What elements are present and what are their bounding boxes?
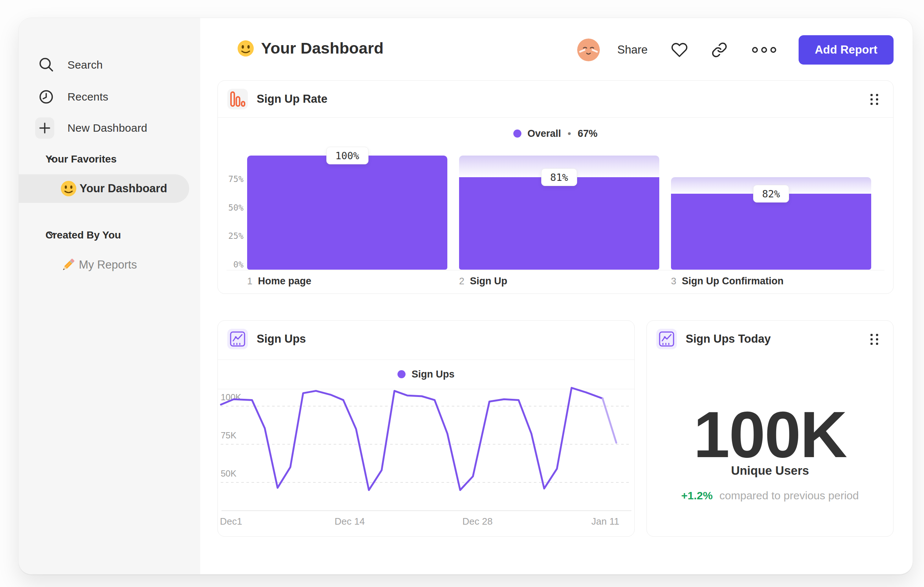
sidebar-item-my-reports[interactable]: My Reports: [19, 252, 189, 278]
share-button[interactable]: Share: [617, 43, 648, 56]
line-y-tick: 75K: [221, 430, 236, 440]
pencil-emoji: [60, 257, 76, 273]
funnel-value-label: 100%: [326, 147, 368, 164]
smiley-emoji: [60, 180, 77, 197]
funnel-step-label: 1Home page: [247, 276, 311, 287]
search-icon: [37, 55, 56, 74]
dashboard-header: Your Dashboard Share Add Report: [200, 18, 913, 88]
sidebar-item-label: Recents: [68, 91, 108, 103]
drag-handle-icon[interactable]: [870, 334, 879, 345]
sign-ups-today-card: Sign Ups Today 100K Unique Users +1.2% c…: [647, 320, 894, 537]
funnel-baseline: [227, 270, 884, 270]
sidebar-section-created-by-you[interactable]: Created By You: [19, 226, 200, 245]
sidebar-item-your-dashboard[interactable]: Your Dashboard: [19, 174, 189, 203]
sidebar-section-label: Created By You: [45, 229, 121, 241]
metric-subtitle: Unique Users: [647, 464, 893, 478]
funnel-bar: [247, 155, 447, 270]
funnel-bar: [459, 177, 659, 270]
avatar[interactable]: [577, 38, 600, 61]
sidebar-item-label: My Reports: [79, 258, 137, 271]
line-x-tick: Dec 14: [335, 516, 365, 527]
delta-caption: compared to previous period: [719, 489, 859, 501]
funnel-y-tick: 25%: [218, 231, 243, 241]
sidebar-item-label: Search: [68, 59, 103, 71]
step-name: Home page: [258, 276, 311, 287]
metric-value: 100K: [647, 397, 893, 472]
plus-icon: [35, 119, 54, 137]
sidebar-section-label: Your Favorites: [45, 153, 117, 165]
line-chart: 100K75K50KDec1Dec 14Dec 28Jan 11: [218, 321, 635, 537]
page-title-text: Your Dashboard: [261, 39, 384, 57]
line-chart-icon: [656, 329, 677, 349]
funnel-plot: 75%50%25%0%100%1Home page81%2Sign Up82%3…: [218, 81, 893, 293]
sidebar-section-your-favorites[interactable]: Your Favorites: [19, 150, 200, 169]
sidebar-item-search[interactable]: Search: [19, 53, 200, 77]
line-x-tick: Jan 11: [591, 516, 619, 527]
metric-delta-row: +1.2% compared to previous period: [647, 489, 893, 502]
signups-line-incomplete-segment: [602, 398, 616, 443]
sidebar: Search Recents New Dashboard Your Favori…: [19, 18, 200, 574]
funnel-y-tick: 0%: [218, 260, 243, 269]
clock-icon: [37, 87, 56, 106]
funnel-y-tick: 75%: [218, 174, 243, 184]
copy-link-icon[interactable]: [711, 42, 728, 58]
add-report-button[interactable]: Add Report: [799, 35, 894, 64]
step-name: Sign Up Confirmation: [681, 276, 783, 287]
funnel-step-label: 2Sign Up: [459, 276, 507, 287]
step-name: Sign Up: [470, 276, 507, 287]
funnel-value-label: 82%: [753, 185, 789, 203]
funnel-bar: [671, 194, 871, 270]
favorite-heart-icon[interactable]: [671, 42, 688, 58]
delta-value: +1.2%: [681, 489, 713, 501]
funnel-y-tick: 50%: [218, 203, 243, 212]
step-number: 1: [247, 276, 252, 287]
sidebar-item-label: New Dashboard: [68, 122, 147, 134]
page-title: Your Dashboard: [237, 39, 384, 57]
step-number: 2: [459, 276, 464, 287]
sign-up-rate-card: Sign Up Rate Overall • 67% 75%50%25%0%10…: [218, 80, 894, 294]
sidebar-item-new-dashboard[interactable]: New Dashboard: [19, 116, 200, 140]
step-number: 3: [671, 276, 676, 287]
sign-ups-card: Sign Ups Sign Ups 100K75K50KDec1Dec 14De…: [218, 320, 635, 537]
sidebar-item-recents[interactable]: Recents: [19, 85, 200, 109]
line-y-tick: 50K: [221, 468, 236, 478]
sign-ups-today-card-header: Sign Ups Today: [647, 321, 893, 357]
funnel-step-label: 3Sign Up Confirmation: [671, 276, 784, 287]
app-window: Search Recents New Dashboard Your Favori…: [18, 18, 913, 575]
sidebar-item-label: Your Dashboard: [79, 182, 167, 195]
signups-line-series: [221, 388, 603, 490]
funnel-value-label: 81%: [541, 169, 578, 186]
line-x-tick: Dec1: [220, 516, 243, 527]
smiley-emoji: [237, 40, 254, 57]
card-title: Sign Ups Today: [686, 321, 771, 357]
more-options-icon[interactable]: [751, 46, 777, 54]
line-x-tick: Dec 28: [462, 516, 492, 527]
